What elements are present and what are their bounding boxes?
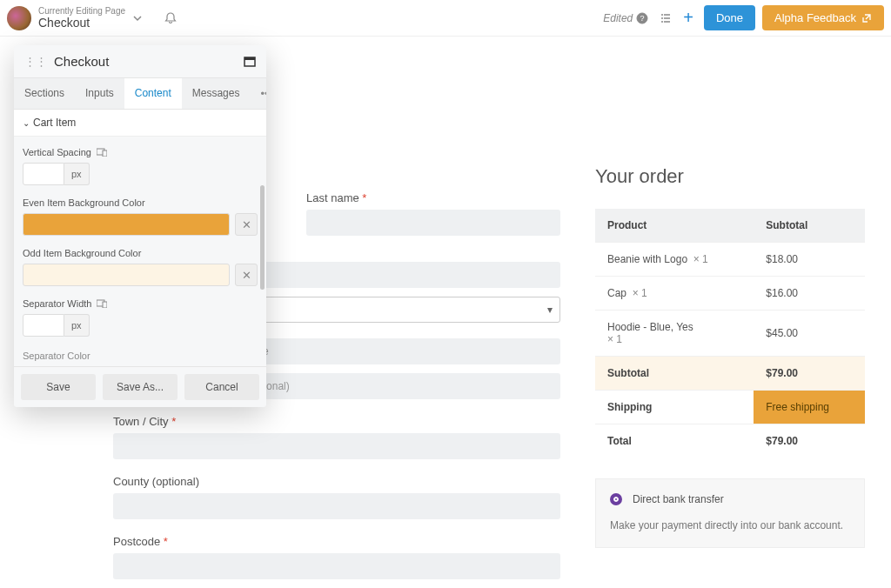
county-field: County (optional) — [113, 475, 560, 519]
alpha-feedback-label: Alpha Feedback — [774, 11, 856, 24]
payment-method-label: Direct bank transfer — [633, 493, 724, 505]
save-as-button[interactable]: Save As... — [103, 374, 178, 400]
separator-width-input-group: px — [23, 314, 258, 337]
panel-footer: Save Save As... Cancel — [14, 366, 266, 407]
unit-label[interactable]: px — [64, 163, 90, 185]
odd-bg-swatch[interactable] — [23, 264, 230, 286]
order-header-subtotal: Subtotal — [754, 209, 865, 243]
svg-rect-3 — [245, 57, 255, 60]
maximize-icon[interactable] — [244, 57, 256, 67]
subtotal-row: Subtotal $79.00 — [595, 357, 865, 391]
payment-method-box: Direct bank transfer Make your payment d… — [595, 478, 865, 548]
even-bg-swatch[interactable] — [23, 213, 230, 236]
panel-body: Vertical Spacing px Even Item Background… — [14, 137, 266, 351]
required-asterisk: * — [164, 535, 168, 548]
accordion-cart-item[interactable]: ⌄ Cart Item — [14, 110, 266, 137]
done-button-label: Done — [716, 11, 743, 24]
last-name-label: Last name * — [306, 191, 560, 204]
responsive-icon[interactable] — [97, 148, 107, 157]
odd-bg-row: ✕ — [23, 264, 258, 286]
town-field: Town / City * — [113, 415, 560, 459]
panel-header[interactable]: ⋮⋮ Checkout — [14, 45, 266, 77]
vertical-spacing-label: Vertical Spacing — [23, 147, 258, 157]
clear-even-bg-button[interactable]: ✕ — [235, 213, 258, 236]
alpha-feedback-button[interactable]: Alpha Feedback — [762, 5, 884, 30]
table-row: Beanie with Logo × 1 $18.00 — [595, 243, 865, 277]
unit-label[interactable]: px — [64, 314, 90, 337]
chevron-down-icon[interactable] — [132, 13, 143, 23]
order-table: Product Subtotal Beanie with Logo × 1 $1… — [595, 209, 865, 458]
panel-title: Checkout — [54, 54, 244, 69]
last-name-field: Last name * — [306, 191, 560, 236]
postcode-field: Postcode * — [113, 535, 560, 579]
radio-checked-icon — [610, 493, 622, 505]
clear-odd-bg-button[interactable]: ✕ — [235, 264, 258, 286]
page-title-block: Currently Editing Page Checkout — [38, 6, 125, 30]
bell-icon[interactable] — [164, 11, 178, 25]
tab-messages[interactable]: Messages — [182, 78, 251, 109]
tab-inputs[interactable]: Inputs — [75, 78, 124, 109]
chevron-down-icon: ▾ — [547, 304, 553, 316]
tab-content[interactable]: Content — [124, 78, 182, 109]
shipping-row: Shipping Free shipping — [595, 391, 865, 424]
svg-rect-5 — [103, 150, 107, 157]
outline-icon[interactable] — [659, 11, 673, 25]
page-subtitle: Currently Editing Page — [38, 6, 125, 16]
chevron-down-icon: ⌄ — [23, 118, 30, 128]
svg-rect-7 — [103, 302, 107, 308]
add-module-button[interactable]: + — [683, 8, 693, 28]
edited-label: Edited — [603, 12, 633, 24]
table-row: Hoodie - Blue, Yes× 1 $45.00 — [595, 311, 865, 357]
separator-color-label: Separator Color — [14, 351, 266, 366]
module-settings-panel: ⋮⋮ Checkout Sections Inputs Content Mess… — [14, 45, 266, 407]
app-logo — [7, 6, 31, 30]
topbar: Currently Editing Page Checkout Edited ?… — [0, 0, 891, 37]
external-link-icon — [861, 13, 872, 23]
scrollbar-thumb[interactable] — [260, 185, 265, 290]
required-asterisk: * — [362, 191, 366, 204]
separator-width-label: Separator Width — [23, 298, 258, 309]
cancel-button[interactable]: Cancel — [184, 374, 259, 400]
last-name-input[interactable] — [306, 210, 560, 236]
responsive-icon[interactable] — [97, 299, 107, 308]
order-title: Your order — [595, 63, 865, 188]
odd-bg-label: Odd Item Background Color — [23, 248, 258, 258]
help-icon[interactable]: ? — [636, 12, 648, 24]
more-tabs-icon[interactable]: ••• — [250, 78, 266, 109]
panel-tabs: Sections Inputs Content Messages ••• — [14, 77, 266, 110]
tab-sections[interactable]: Sections — [14, 78, 75, 109]
done-button[interactable]: Done — [704, 5, 755, 30]
save-button[interactable]: Save — [21, 374, 96, 400]
svg-text:?: ? — [640, 14, 645, 23]
order-header-product: Product — [595, 209, 754, 243]
postcode-label: Postcode * — [113, 535, 560, 548]
county-input[interactable] — [113, 493, 560, 519]
town-label: Town / City * — [113, 415, 560, 428]
town-input[interactable] — [113, 433, 560, 459]
drag-handle-icon[interactable]: ⋮⋮ — [24, 55, 47, 68]
required-asterisk: * — [171, 415, 176, 428]
county-label: County (optional) — [113, 475, 560, 488]
postcode-input[interactable] — [113, 553, 560, 579]
vertical-spacing-input[interactable] — [23, 163, 64, 185]
order-summary: Your order Product Subtotal Beanie with … — [595, 63, 865, 588]
even-bg-label: Even Item Background Color — [23, 197, 258, 208]
page-title: Checkout — [38, 16, 125, 30]
separator-width-input[interactable] — [23, 314, 64, 337]
table-row: Cap × 1 $16.00 — [595, 277, 865, 311]
payment-description: Make your payment directly into our bank… — [610, 518, 850, 533]
even-bg-row: ✕ — [23, 213, 258, 236]
total-row: Total $79.00 — [595, 424, 865, 458]
vertical-spacing-input-group: px — [23, 163, 258, 185]
payment-radio-row[interactable]: Direct bank transfer — [610, 493, 850, 505]
